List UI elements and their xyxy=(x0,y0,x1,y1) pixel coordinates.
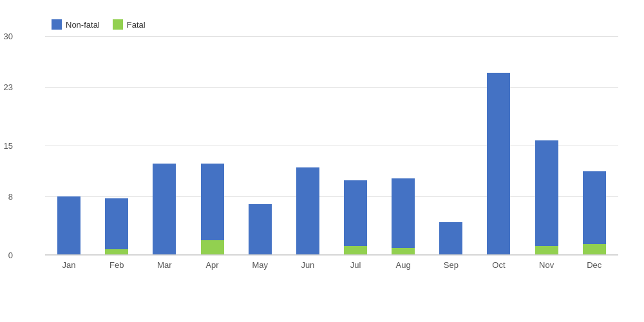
x-axis-label: May xyxy=(241,260,279,270)
non-fatal-bar xyxy=(392,178,415,248)
non-fatal-bar xyxy=(583,171,606,244)
bar-group xyxy=(201,164,224,255)
x-axis-label: Dec xyxy=(575,260,614,270)
y-axis-label: 30 xyxy=(4,32,13,41)
non-fatal-label: Non-fatal xyxy=(66,20,100,30)
bar-group xyxy=(105,198,128,255)
non-fatal-bar xyxy=(105,198,128,249)
bar-stack xyxy=(296,167,319,255)
bar-stack xyxy=(153,164,176,255)
chart-area: 30231580 JanFebMarAprMayJunJulAugSepOctN… xyxy=(45,36,618,274)
bar-group xyxy=(439,222,462,255)
fatal-color-swatch xyxy=(113,19,123,30)
x-axis-label: Nov xyxy=(527,260,566,270)
bar-stack xyxy=(439,222,462,255)
bar-stack xyxy=(487,73,510,255)
bar-group xyxy=(296,167,319,255)
bar-stack xyxy=(583,171,606,255)
bar-stack xyxy=(249,204,272,255)
x-axis-label: Apr xyxy=(193,260,232,270)
bar-group xyxy=(535,140,558,255)
non-fatal-bar xyxy=(487,73,510,255)
x-axis-label: Jan xyxy=(50,260,88,270)
non-fatal-bar xyxy=(344,180,367,246)
non-fatal-bar xyxy=(153,164,176,255)
x-axis-label: Aug xyxy=(384,260,422,270)
x-axis-label: Mar xyxy=(145,260,184,270)
chart-container: Non-fatal Fatal 30231580 JanFebMarAprMay… xyxy=(0,0,644,322)
non-fatal-bar xyxy=(535,140,558,246)
non-fatal-bar xyxy=(296,167,319,255)
y-axis-label: 15 xyxy=(4,141,13,151)
fatal-bar xyxy=(201,240,224,255)
x-axis-label: Sep xyxy=(431,260,470,270)
y-axis-label: 0 xyxy=(8,251,13,260)
bar-stack xyxy=(535,140,558,255)
y-axis-label: 23 xyxy=(4,82,13,92)
fatal-bar xyxy=(583,244,606,255)
x-axis-label: Feb xyxy=(97,260,136,270)
bar-group xyxy=(249,204,272,255)
x-axis-label: Jul xyxy=(336,260,375,270)
bar-group xyxy=(344,180,367,255)
bars-row xyxy=(45,36,618,255)
non-fatal-bar xyxy=(439,222,462,255)
legend-non-fatal: Non-fatal xyxy=(52,19,100,30)
x-axis-label: Oct xyxy=(479,260,518,270)
bar-group xyxy=(487,73,510,255)
y-axis-label: 8 xyxy=(8,192,13,202)
bar-group xyxy=(392,178,415,255)
bar-stack xyxy=(57,196,80,255)
bar-group xyxy=(153,164,176,255)
chart-legend: Non-fatal Fatal xyxy=(52,19,618,30)
bar-group xyxy=(583,171,606,255)
legend-fatal: Fatal xyxy=(113,19,146,30)
bar-group xyxy=(57,196,80,255)
x-axis-label: Jun xyxy=(289,260,327,270)
fatal-bar xyxy=(535,246,558,255)
bar-stack xyxy=(105,198,128,255)
bar-stack xyxy=(392,178,415,255)
non-fatal-bar xyxy=(249,204,272,255)
fatal-bar xyxy=(344,246,367,255)
non-fatal-color-swatch xyxy=(52,19,62,30)
fatal-label: Fatal xyxy=(127,20,146,30)
bar-stack xyxy=(344,180,367,255)
x-axis-labels: JanFebMarAprMayJunJulAugSepOctNovDec xyxy=(45,255,618,274)
non-fatal-bar xyxy=(201,164,224,240)
bar-stack xyxy=(201,164,224,255)
non-fatal-bar xyxy=(57,196,80,255)
